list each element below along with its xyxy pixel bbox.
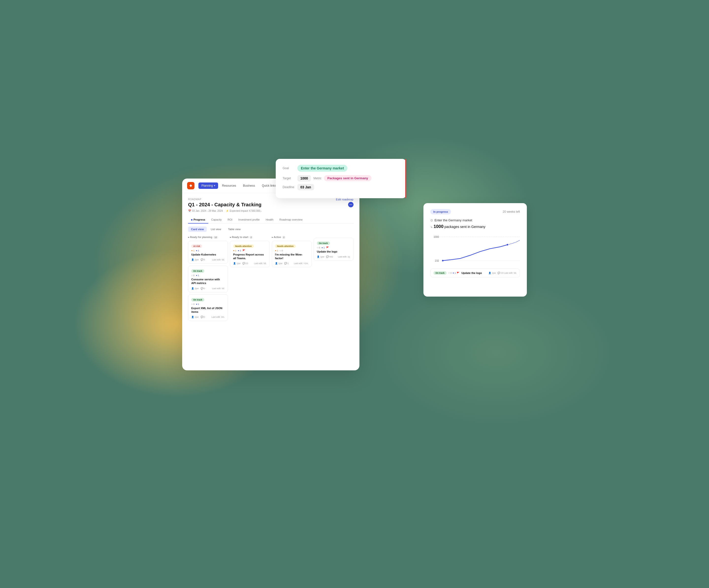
goal-row: Goal Enter the Germany market [283,165,399,172]
view-switcher: Card view List view Table view [188,226,353,232]
app-logo[interactable] [187,182,194,189]
roadmap-menu-button[interactable]: ··· [348,202,353,207]
roadmap-dates: 📅 03 Jan. 2024 - 29 Mar. 2024 [188,209,223,212]
on-track-badge: On track [434,271,447,275]
col-extra: On track ○ 0 ● 1 🚩 Update the logo 👤 1pw… [314,236,353,323]
progress-goal-title: ⊙ Enter the Germany market [430,218,520,222]
roadmap-title: Q1 - 2024 - Capacity & Tracking ··· [188,202,353,207]
deadline-row: Deadline 03 Jan [283,184,399,190]
task-title-kubernetes: Update Kubernetes [191,253,225,256]
main-roadmap-card: Planning Resources Business Quick links … [182,178,360,370]
deadline-label: Deadline [283,186,295,189]
weeks-left: 20 weeks left [503,210,520,214]
target-row: Target 1000 Metric Packages sent in Germ… [283,175,399,181]
table-view-button[interactable]: Table view [225,226,243,232]
bottom-task-card[interactable]: On track ○ 0 ● 1 🚩 Update the logo 👤 1pw… [430,269,520,277]
progress-chart: 1000 232 [430,234,520,269]
target-value: 1000 [297,175,311,181]
goal-value: Enter the Germany market [297,165,347,172]
task-meta-report: 👤 1pw 💬 23 Last edit: 5d. [233,262,267,264]
col-header-active: ▸ Active 2 [272,236,312,239]
tab-roi[interactable]: ROI [225,216,236,224]
on-track-title: Update the logo [461,272,486,275]
progress-popup-card: In progress 20 weeks left ⊙ Enter the Ge… [423,203,527,297]
task-title-wow: I'm missing the Wow-factor! [275,253,309,260]
task-title-consume: Consume service with API metrics [191,278,225,285]
tab-progress[interactable]: Progress [188,216,208,224]
task-update-logo[interactable]: On track ○ 0 ● 1 🚩 Update the logo 👤 1pw… [314,238,353,261]
svg-text:1000: 1000 [434,235,439,238]
task-meta-kubernetes: 👤 2pw 💬 5 Last edit: 5d. [191,258,225,261]
goal-popup-card: Goal Enter the Germany market Target 100… [276,159,406,198]
task-meta-consume: 👤 2pw 💬 0 Last edit: 5d. [191,287,225,290]
nav-resources[interactable]: Resources [219,183,239,189]
nav-planning[interactable]: Planning [199,183,218,189]
task-export-xml[interactable]: On track ○ 0 ● 1 Export XML list of JSON… [188,295,228,321]
nav-business[interactable]: Business [240,183,258,189]
task-progress-report[interactable]: Needs attention ● 1 ● 1 🚩 Progress Repor… [230,241,270,268]
svg-text:232: 232 [435,259,439,262]
in-progress-badge: In progress [430,209,451,215]
roadmap-tabs: Progress Capacity ROI Investment profile… [188,216,353,224]
col-header-ready-start: ▸ Ready to start 2 [230,236,270,239]
tab-capacity[interactable]: Capacity [208,216,225,224]
col-header-ready-planning: ▸ Ready for planning 12 [188,236,228,239]
list-view-button[interactable]: List view [208,226,224,232]
metric-label: Metric [313,176,321,180]
task-title-report: Progress Report across all Teams. [233,253,267,260]
on-track-meta: 👤 1pw 💬 23 Last edit: 5d. [489,272,517,274]
progress-header: In progress 20 weeks left [430,209,520,215]
goal-label: Goal [283,167,295,170]
tab-investment[interactable]: Investment profile [235,216,263,224]
badge-needs-attention-2: Needs attention [275,245,296,248]
roadmap-meta: 📅 03 Jan. 2024 - 29 Mar. 2024 ⚡ Expected… [188,209,353,212]
main-content: ROADMAP Edit roadmap Q1 - 2024 - Capacit… [182,193,360,328]
task-meta-xml: 👤 1pw 💬 0 Last edit: 3m. [191,316,225,318]
task-meta-wow: 👤 1pw 💬 1 Last edit: +1m. [275,262,309,264]
svg-point-5 [507,244,508,245]
edit-roadmap-link[interactable]: Edit roadmap [336,198,353,201]
svg-point-4 [442,260,444,261]
badge-on-track-3: On track [317,242,330,245]
metric-value: Packages sent in Germany [324,175,371,181]
task-consume-service[interactable]: On track ○ 0 ● 1 Consume service with AP… [188,265,228,292]
progress-metric: ↳ 1000 packages sent in Germany [430,224,520,229]
col-ready-start: ▸ Ready to start 2 Needs attention ● 1 ●… [230,236,270,323]
badge-on-track-1: On track [191,269,204,273]
target-label: Target [283,176,295,180]
tab-health[interactable]: Health [263,216,277,224]
deadline-value: 03 Jan [297,184,314,190]
kanban-board: ▸ Ready for planning 12 At risk ● 1 ● 1 … [188,236,353,323]
card-view-button[interactable]: Card view [188,226,207,232]
badge-needs-attention-1: Needs attention [233,245,254,248]
badge-on-track-2: On track [191,298,204,302]
task-update-kubernetes[interactable]: At risk ● 1 ● 1 Update Kubernetes 👤 2pw … [188,241,228,263]
col-active: ▸ Active 2 Needs attention ● 1 ○ 0 I'm m… [272,236,312,323]
roadmap-impact: ⚡ Expected impact: € 560.000,- [226,209,262,212]
badge-at-risk: At risk [191,245,202,248]
roadmap-label: ROADMAP Edit roadmap [188,198,353,201]
task-title-logo: Update the logo [317,250,350,254]
tab-roadmap-overview[interactable]: Roadmap overview [277,216,306,224]
task-title-xml: Export XML list of JSON items [191,306,225,314]
task-wow-factor[interactable]: Needs attention ● 1 ○ 0 I'm missing the … [272,241,312,268]
col-ready-planning: ▸ Ready for planning 12 At risk ● 1 ● 1 … [188,236,228,323]
task-meta-logo: 👤 1pw 💬 562 Last edit: 1y. [317,255,350,258]
